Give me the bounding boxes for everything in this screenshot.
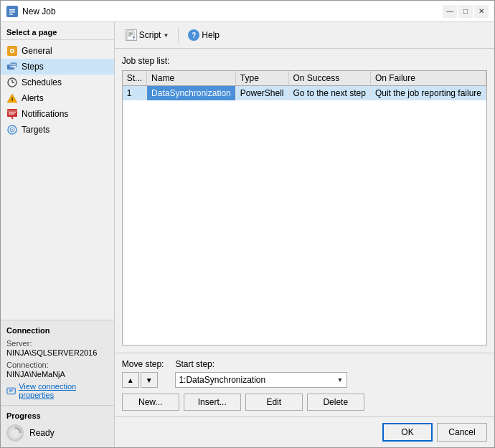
svg-point-6	[11, 50, 14, 52]
sidebar-nav: General Steps	[1, 40, 114, 320]
main-panel: Script ▼ ? Help Job step list: St...	[115, 22, 494, 447]
connection-label: Connection:	[6, 361, 108, 369]
cancel-button[interactable]: Cancel	[437, 423, 487, 442]
progress-spinner	[6, 424, 24, 442]
dialog-footer: OK Cancel	[115, 416, 494, 447]
sidebar-item-alerts[interactable]: ! Alerts	[1, 90, 114, 106]
connection-section: Connection Server: NINJA\SQLSERVER2016 C…	[1, 320, 114, 405]
sidebar-item-steps-label: Steps	[22, 62, 44, 72]
script-label: Script	[139, 30, 161, 40]
alerts-icon: !	[6, 92, 18, 104]
start-step-select[interactable]: 1:DataSynchronization	[175, 372, 347, 388]
script-dropdown-arrow: ▼	[163, 32, 169, 39]
content-area: Select a page General	[1, 22, 494, 447]
edit-button[interactable]: Edit	[245, 394, 303, 411]
bottom-controls: Move step: ▲ ▼ Start step: 1:DataSynchro…	[115, 353, 494, 416]
sidebar-item-schedules[interactable]: Schedules	[1, 75, 114, 90]
new-button[interactable]: New...	[122, 394, 179, 411]
svg-point-23	[11, 129, 13, 130]
script-button[interactable]: Script ▼	[121, 27, 174, 44]
sidebar-item-general[interactable]: General	[1, 43, 114, 59]
col-name: Name	[147, 71, 236, 86]
toolbar-separator	[178, 28, 179, 42]
job-step-list: St... Name Type On Success On Failure 1 …	[122, 70, 487, 345]
move-step-group: Move step: ▲ ▼	[122, 359, 164, 388]
table-header-row: St... Name Type On Success On Failure	[123, 71, 486, 86]
sidebar-item-notifications[interactable]: Notifications	[1, 106, 114, 122]
svg-rect-1	[9, 9, 15, 11]
move-down-button[interactable]: ▼	[141, 372, 158, 388]
help-label: Help	[202, 30, 220, 40]
cell-on-success: Go to the next step	[288, 86, 370, 101]
svg-rect-3	[9, 14, 13, 15]
window-title: New Job	[22, 6, 56, 16]
sidebar-item-schedules-label: Schedules	[22, 77, 62, 87]
help-icon: ?	[188, 29, 199, 41]
cell-step: 1	[123, 86, 147, 101]
start-step-label: Start step:	[175, 359, 347, 369]
sidebar-header: Select a page	[1, 22, 114, 40]
maximize-button[interactable]: □	[458, 5, 473, 18]
close-button[interactable]: ✕	[474, 5, 489, 18]
server-value: NINJA\SQLSERVER2016	[6, 348, 108, 357]
svg-line-20	[11, 117, 13, 119]
schedules-icon	[6, 77, 18, 88]
sidebar-item-notifications-label: Notifications	[22, 109, 68, 119]
general-icon	[6, 45, 18, 57]
connection-header: Connection	[6, 326, 108, 335]
col-type: Type	[235, 71, 288, 86]
sidebar-item-steps[interactable]: Steps	[1, 59, 114, 75]
svg-rect-2	[9, 11, 15, 13]
delete-button[interactable]: Delete	[307, 394, 364, 411]
move-step-label: Move step:	[122, 359, 164, 369]
cell-on-failure: Quit the job reporting failure	[370, 86, 486, 101]
insert-button[interactable]: Insert...	[184, 394, 241, 411]
col-on-failure: On Failure	[370, 71, 486, 86]
cell-type: PowerShell	[235, 86, 288, 101]
col-on-success: On Success	[288, 71, 370, 86]
progress-status: Ready	[29, 428, 55, 438]
main-window: New Job — □ ✕ Select a page	[0, 0, 495, 448]
sidebar-item-targets[interactable]: Targets	[1, 122, 114, 138]
col-step: St...	[123, 71, 147, 86]
table-row[interactable]: 1 DataSynchronization PowerShell Go to t…	[123, 86, 486, 101]
main-content: Job step list: St... Name Type On Succes…	[115, 49, 494, 353]
title-bar: New Job — □ ✕	[1, 1, 494, 22]
sidebar-item-targets-label: Targets	[22, 125, 50, 135]
sidebar: Select a page General	[1, 22, 115, 447]
sidebar-item-alerts-label: Alerts	[22, 93, 44, 103]
cell-name: DataSynchronization	[147, 86, 236, 101]
svg-text:!: !	[11, 96, 14, 103]
progress-header: Progress	[6, 411, 108, 420]
connection-value: NINJA\NeMaNjA	[6, 370, 108, 378]
targets-icon	[6, 124, 18, 135]
move-up-button[interactable]: ▲	[122, 372, 139, 388]
start-step-group: Start step: 1:DataSynchronization	[175, 359, 347, 388]
ok-button[interactable]: OK	[382, 423, 433, 442]
action-buttons: New... Insert... Edit Delete	[122, 394, 487, 411]
section-label: Job step list:	[122, 56, 487, 66]
minimize-button[interactable]: —	[443, 5, 457, 18]
view-connection-properties-link[interactable]: View connection properties	[6, 382, 108, 399]
script-icon	[126, 29, 137, 41]
server-label: Server:	[6, 339, 108, 348]
toolbar: Script ▼ ? Help	[115, 22, 494, 49]
steps-table: St... Name Type On Success On Failure 1 …	[123, 71, 486, 100]
link-icon	[6, 386, 16, 396]
help-button[interactable]: ? Help	[183, 27, 225, 44]
steps-icon	[6, 61, 18, 72]
window-icon	[6, 6, 18, 17]
notifications-icon	[6, 108, 18, 120]
progress-section: Progress Ready	[1, 405, 114, 447]
sidebar-item-general-label: General	[22, 46, 52, 56]
